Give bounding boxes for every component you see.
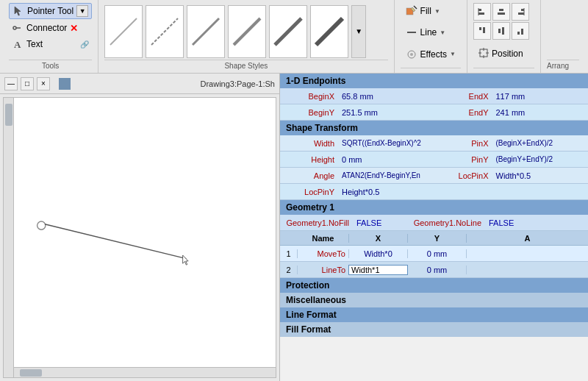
svg-rect-19 (498, 13, 505, 15)
geo-noline-value[interactable]: FALSE (486, 218, 588, 227)
shape-style-5[interactable] (269, 5, 307, 58)
angle-value[interactable]: ATAN2(EndY-BeginY,En (339, 171, 434, 179)
effects-icon (406, 49, 417, 60)
canvas-drawing[interactable] (3, 97, 276, 378)
transform-header: Shape Transform (280, 121, 588, 135)
row1-idx: 1 (280, 249, 298, 258)
shape-style-2[interactable] (146, 5, 184, 58)
close-icon: × (41, 79, 46, 88)
geo-nofill-value[interactable]: FALSE (354, 218, 398, 227)
row2-y[interactable]: 0 mm (408, 266, 467, 274)
pointer-dropdown[interactable]: ▼ (76, 5, 88, 17)
titlebar-buttons: — □ × (4, 77, 50, 90)
svg-rect-27 (517, 32, 520, 35)
locpinx-value[interactable]: Width*0.5 (493, 171, 589, 180)
table-header: Name X Y A (280, 231, 588, 246)
scrollbar-thumb-h[interactable] (20, 369, 42, 377)
connector-btn[interactable]: Connector ✕ (9, 21, 92, 35)
locpiny-value[interactable]: Height*0.5 (339, 188, 588, 196)
width-row: Width SQRT((EndX-BeginX)^2 PinX (BeginX+… (280, 135, 588, 152)
beginy-label: BeginY (280, 108, 339, 117)
drawing-content (14, 98, 276, 367)
connector-x-btn[interactable]: ✕ (70, 23, 78, 34)
shape-style-more[interactable]: ▼ (351, 5, 366, 58)
minimize-btn[interactable]: — (4, 77, 18, 90)
beginx-label: BeginX (280, 92, 339, 101)
geo-noline-label: Geometry1.NoLine (398, 218, 486, 227)
align-center-btn[interactable] (492, 3, 510, 21)
angle-row: Angle ATAN2(EndY-BeginY,En LocPinX Width… (280, 168, 588, 184)
th-y: Y (408, 234, 467, 243)
row1-name[interactable]: MoveTo (298, 249, 349, 258)
svg-rect-15 (478, 9, 481, 11)
shape-style-1[interactable] (104, 5, 143, 58)
effects-label: Effects (420, 49, 447, 60)
angle-label: Angle (280, 171, 339, 180)
arrange-label: Arrang (547, 60, 579, 70)
endy-value[interactable]: 241 mm (493, 108, 589, 117)
geometry1-header: Geometry 1 (280, 200, 588, 215)
cursor-group (183, 255, 189, 265)
svg-rect-26 (502, 27, 504, 35)
align-bottom-btn[interactable] (512, 22, 529, 40)
text-btn[interactable]: A Text 🔗 (9, 37, 92, 51)
svg-line-11 (414, 6, 417, 9)
horizontal-scrollbar[interactable] (14, 367, 276, 377)
fle-section: Fill ▼ Line ▼ Effects ▼ (395, 0, 467, 73)
row2-x-input[interactable] (349, 266, 407, 274)
row1-x[interactable]: Width*0 (349, 249, 408, 258)
beginy-value[interactable]: 251.5 mm (339, 108, 434, 117)
geo-nofill-row: Geometry1.NoFill FALSE Geometry1.NoLine … (280, 215, 588, 231)
fill-btn[interactable]: Fill ▼ (401, 3, 461, 19)
shape-style-6[interactable] (310, 5, 348, 58)
row2-x-edit[interactable] (349, 266, 408, 274)
locpinx-label: LocPinX (434, 171, 493, 180)
svg-line-6 (193, 18, 219, 45)
height-value[interactable]: 0 mm (339, 155, 434, 164)
pinx-label: PinX (434, 139, 493, 148)
row1-y[interactable]: 0 mm (408, 249, 467, 258)
shape-styles-section: ▼ Shape Styles (98, 0, 394, 73)
align-section-label (473, 68, 534, 70)
svg-rect-25 (498, 29, 501, 33)
locpiny-row: LocPinY Height*0.5 (280, 184, 588, 200)
width-value[interactable]: SQRT((EndX-BeginX)^2 (339, 139, 434, 147)
row2-name[interactable]: LineTo (298, 266, 349, 274)
shape-style-3[interactable] (187, 5, 225, 58)
more-arrow: ▼ (355, 27, 362, 35)
main-area: — □ × Drawing3:Page-1:Sh (0, 74, 588, 381)
align-top-btn[interactable] (473, 22, 491, 40)
svg-rect-16 (478, 13, 484, 15)
shape-style-4[interactable] (228, 5, 266, 58)
svg-point-14 (410, 53, 413, 56)
height-label: Height (280, 155, 339, 164)
svg-marker-0 (15, 7, 21, 15)
scrollbar-thumb-v[interactable] (5, 104, 12, 126)
connector-extra: ✕ (70, 23, 78, 34)
drawing-title: Drawing3:Page-1:Sh (200, 79, 275, 88)
vertical-scrollbar[interactable] (4, 98, 14, 377)
fle-section-label (401, 68, 461, 70)
line-btn[interactable]: Line ▼ (401, 24, 461, 40)
piny-value[interactable]: (BeginY+EndY)/2 (493, 155, 589, 163)
table-row-2: 2 LineTo 0 mm (280, 262, 588, 278)
align-left-btn[interactable] (473, 3, 491, 21)
miscellaneous-header: Miscellaneous (280, 293, 588, 307)
endy-label: EndY (434, 108, 493, 117)
position-btn[interactable]: Position (473, 46, 534, 63)
endx-value[interactable]: 117 mm (493, 92, 589, 101)
align-right-btn[interactable] (512, 3, 529, 21)
svg-text:A: A (14, 39, 21, 49)
beginx-value[interactable]: 65.8 mm (339, 92, 434, 101)
tools-section: Pointer Tool ▼ Connector ✕ A (3, 0, 98, 73)
beginx-row: BeginX 65.8 mm EndX 117 mm (280, 88, 588, 104)
tools-group: Pointer Tool ▼ Connector ✕ A (9, 3, 92, 60)
close-btn[interactable]: × (37, 77, 50, 90)
position-icon (478, 48, 489, 60)
align-middle-btn[interactable] (492, 22, 510, 40)
pinx-value[interactable]: (BeginX+EndX)/2 (493, 139, 589, 147)
pointer-tool-btn[interactable]: Pointer Tool ▼ (9, 3, 92, 19)
effects-btn[interactable]: Effects ▼ (401, 46, 461, 63)
restore-btn[interactable]: □ (21, 77, 34, 90)
endx-label: EndX (434, 92, 493, 101)
